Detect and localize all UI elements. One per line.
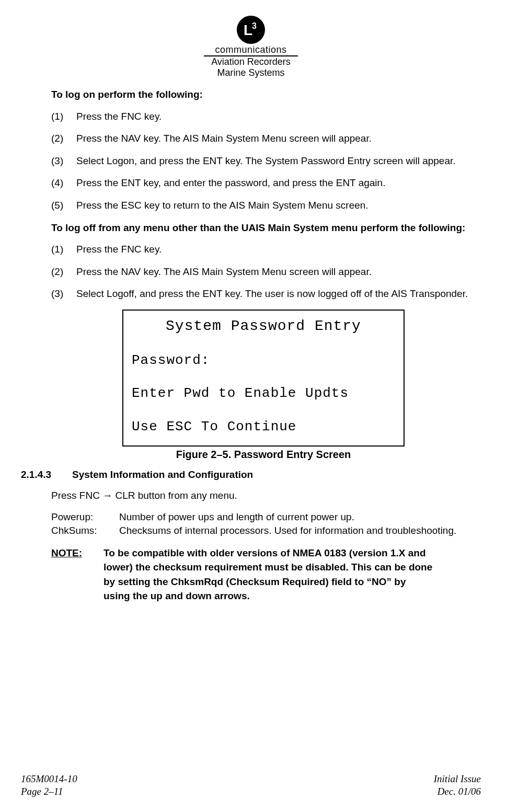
- issue-label: Initial Issue: [434, 773, 481, 786]
- page-root: L 3 communications Aviation Recorders Ma…: [0, 0, 507, 812]
- list-item: (5)Press the ESC key to return to the AI…: [51, 199, 476, 213]
- password-entry-screen: System Password Entry Password: Enter Pw…: [122, 310, 405, 447]
- section-intro: Press FNC → CLR button from any menu.: [51, 489, 476, 502]
- list-item: (2)Press the NAV key. The AIS Main Syste…: [51, 132, 476, 146]
- page-number: Page 2–11: [21, 785, 77, 798]
- footer-left: 165M0014-10 Page 2–11: [21, 773, 77, 798]
- svg-text:L: L: [244, 22, 252, 38]
- list-item: (1)Press the FNC key.: [51, 243, 476, 257]
- screen-line: Password:: [132, 350, 395, 372]
- doc-number: 165M0014-10: [21, 773, 77, 786]
- def-value: Number of power ups and length of curren…: [119, 510, 476, 524]
- logon-heading: To log on perform the following:: [51, 88, 476, 101]
- def-row: Powerup: Number of power ups and length …: [51, 510, 476, 524]
- note-block: NOTE: To be compatible with older versio…: [51, 546, 434, 603]
- aviation-recorders-label: Aviation Recorders: [204, 56, 298, 67]
- logoff-heading: To log off from any menu other than the …: [51, 221, 476, 235]
- def-label: Powerup:: [51, 510, 119, 524]
- list-item: (3)Select Logon, and press the ENT key. …: [51, 154, 476, 168]
- list-item: (3)Select Logoff, and press the ENT key.…: [51, 287, 476, 301]
- logoff-steps-list: (1)Press the FNC key. (2)Press the NAV k…: [51, 243, 476, 301]
- page-footer: 165M0014-10 Page 2–11 Initial Issue Dec.…: [21, 773, 481, 798]
- screen-line: Enter Pwd to Enable Updts: [132, 383, 395, 405]
- figure-caption: Figure 2–5. Password Entry Screen: [51, 449, 476, 461]
- logon-steps-list: (1)Press the FNC key. (2)Press the NAV k…: [51, 110, 476, 213]
- section-title: System Information and Configuration: [72, 469, 253, 481]
- section-header-row: 2.1.4.3 System Information and Configura…: [21, 469, 476, 481]
- section-number: 2.1.4.3: [21, 469, 72, 481]
- communications-label: communications: [204, 44, 298, 55]
- note-text: To be compatible with older versions of …: [103, 546, 434, 603]
- definition-table: Powerup: Number of power ups and length …: [51, 510, 476, 537]
- svg-text:3: 3: [252, 21, 257, 30]
- def-label: ChkSums:: [51, 524, 119, 537]
- footer-right: Initial Issue Dec. 01/06: [434, 773, 481, 798]
- logo-group: L 3 communications Aviation Recorders Ma…: [204, 16, 298, 78]
- list-item: (1)Press the FNC key.: [51, 110, 476, 124]
- def-row: ChkSums: Checksums of internal processor…: [51, 524, 476, 537]
- def-value: Checksums of internal processors. Used f…: [119, 524, 476, 537]
- screen-line: Use ESC To Continue: [132, 416, 395, 438]
- note-label: NOTE:: [51, 546, 103, 603]
- screen-title: System Password Entry: [132, 315, 395, 338]
- issue-date: Dec. 01/06: [434, 785, 481, 798]
- marine-systems-label: Marine Systems: [204, 67, 298, 78]
- l3-logo-icon: L 3: [237, 16, 265, 44]
- list-item: (2)Press the NAV key. The AIS Main Syste…: [51, 265, 476, 279]
- list-item: (4)Press the ENT key, and enter the pass…: [51, 176, 476, 190]
- content-body: To log on perform the following: (1)Pres…: [51, 88, 476, 603]
- page-header: L 3 communications Aviation Recorders Ma…: [21, 16, 481, 78]
